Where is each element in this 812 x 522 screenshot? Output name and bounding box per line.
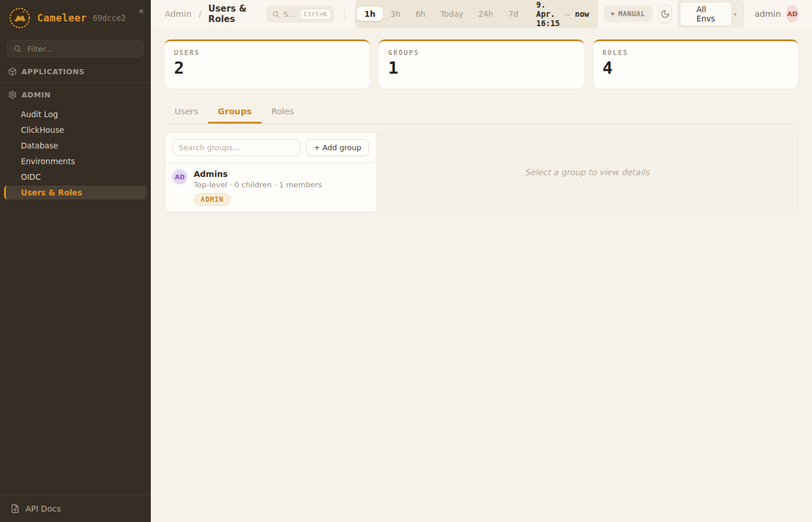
time-range-7d[interactable]: 7d <box>501 7 525 21</box>
sidebar-section-admin[interactable]: ADMIN <box>0 84 151 104</box>
sidebar: Cameleer 69dcce2 « APPLICATIONS ADMIN <box>0 0 151 522</box>
group-avatar: AD <box>172 169 187 184</box>
breadcrumb-parent[interactable]: Admin <box>165 9 191 19</box>
sidebar-item-database[interactable]: Database <box>4 139 147 153</box>
global-search[interactable]: S… Ctrl+K <box>266 5 334 23</box>
stat-label: ROLES <box>603 49 789 57</box>
main-content: USERS 2 GROUPS 1 ROLES 4 Users Groups Ro… <box>151 28 812 522</box>
build-id: 69dcce2 <box>93 13 126 23</box>
sidebar-divider <box>0 82 151 83</box>
stat-value: 4 <box>603 60 789 77</box>
sidebar-item-oidc[interactable]: OIDC <box>4 170 147 184</box>
topbar-divider <box>345 6 345 21</box>
env-selector-value: All Envs <box>680 2 732 26</box>
time-range-separator: — <box>565 9 570 19</box>
stat-label: GROUPS <box>388 49 574 57</box>
content-column: Admin / Users & Roles S… Ctrl+K 1h 3h 6h… <box>151 0 812 522</box>
stat-card-roles: ROLES 4 <box>593 39 798 89</box>
group-name: Admins <box>194 169 322 179</box>
time-range-control: 1h 3h 6h Today 24h 7d 9. Apr. 16:15 — no… <box>355 0 597 30</box>
tab-groups[interactable]: Groups <box>208 102 262 124</box>
time-range-3h[interactable]: 3h <box>383 7 408 21</box>
admin-nav: Audit Log ClickHouse Database Environmen… <box>0 104 151 202</box>
group-detail-pane: Select a group to view details <box>376 133 798 212</box>
time-range-from: 9. Apr. 16:15 <box>536 0 560 28</box>
moon-icon <box>661 9 670 19</box>
time-range-today[interactable]: Today <box>433 7 471 21</box>
breadcrumb-separator: / <box>198 9 201 19</box>
page-title: Users & Roles <box>208 3 254 24</box>
topbar: Admin / Users & Roles S… Ctrl+K 1h 3h 6h… <box>151 0 812 28</box>
env-selector[interactable]: All Envs ▾ <box>677 0 744 28</box>
time-range-1h[interactable]: 1h <box>357 7 383 21</box>
tab-roles[interactable]: Roles <box>262 102 304 124</box>
applications-label: APPLICATIONS <box>21 67 85 76</box>
stat-value: 1 <box>388 60 574 77</box>
brand-row: Cameleer 69dcce2 « <box>0 0 151 34</box>
refresh-mode-label: MANUAL <box>618 10 645 18</box>
sidebar-filter[interactable] <box>7 40 144 57</box>
gear-icon <box>8 90 17 99</box>
chevron-down-icon: ▾ <box>732 11 742 17</box>
admin-label: ADMIN <box>21 90 51 99</box>
refresh-mode-button[interactable]: ● MANUAL <box>604 6 653 22</box>
sidebar-filter-input[interactable] <box>26 44 137 54</box>
time-range-to: now <box>575 9 589 19</box>
package-icon <box>8 67 17 76</box>
user-avatar[interactable]: AD <box>786 6 798 22</box>
stat-card-users: USERS 2 <box>165 39 369 89</box>
search-shortcut-badge: Ctrl+K <box>300 9 331 20</box>
username-label: admin <box>755 9 781 19</box>
app-logo-icon <box>8 6 31 30</box>
time-range-24h[interactable]: 24h <box>471 7 501 21</box>
brand-name: Cameleer <box>37 12 87 24</box>
sidebar-collapse-icon[interactable]: « <box>139 6 144 16</box>
sidebar-section-applications[interactable]: APPLICATIONS <box>0 61 151 81</box>
sidebar-item-clickhouse[interactable]: ClickHouse <box>4 123 147 137</box>
group-list-item[interactable]: AD Admins Top-level · 0 children · 1 mem… <box>165 163 376 212</box>
group-item-body: Admins Top-level · 0 children · 1 member… <box>194 169 322 206</box>
group-meta: Top-level · 0 children · 1 members <box>194 180 322 189</box>
sidebar-item-audit-log[interactable]: Audit Log <box>4 107 147 121</box>
groups-toolbar: + Add group <box>165 133 376 163</box>
api-docs-link[interactable]: API Docs <box>0 495 151 522</box>
stats-row: USERS 2 GROUPS 1 ROLES 4 <box>165 39 798 89</box>
tab-users[interactable]: Users <box>165 102 208 124</box>
add-group-button[interactable]: + Add group <box>306 139 369 156</box>
document-icon <box>10 504 20 513</box>
groups-list-pane: + Add group AD Admins Top-level · 0 chil… <box>165 133 376 212</box>
api-docs-label: API Docs <box>26 504 61 513</box>
tab-bar: Users Groups Roles <box>165 102 798 124</box>
group-search-input[interactable] <box>172 139 300 156</box>
search-icon <box>272 10 280 18</box>
stat-label: USERS <box>174 49 360 57</box>
groups-panel: + Add group AD Admins Top-level · 0 chil… <box>165 132 798 212</box>
theme-toggle-button[interactable] <box>658 5 671 23</box>
empty-state-text: Select a group to view details <box>524 168 649 177</box>
stat-value: 2 <box>174 60 360 77</box>
global-search-placeholder: S… <box>284 10 296 19</box>
status-dot-icon: ● <box>611 12 614 16</box>
sidebar-item-environments[interactable]: Environments <box>4 154 147 168</box>
time-range-custom[interactable]: 9. Apr. 16:15 — now <box>526 0 596 28</box>
search-icon <box>13 45 21 53</box>
group-role-badge: ADMIN <box>194 193 231 206</box>
time-range-6h[interactable]: 6h <box>408 7 433 21</box>
sidebar-item-users-roles[interactable]: Users & Roles <box>4 186 147 200</box>
stat-card-groups: GROUPS 1 <box>379 39 583 89</box>
